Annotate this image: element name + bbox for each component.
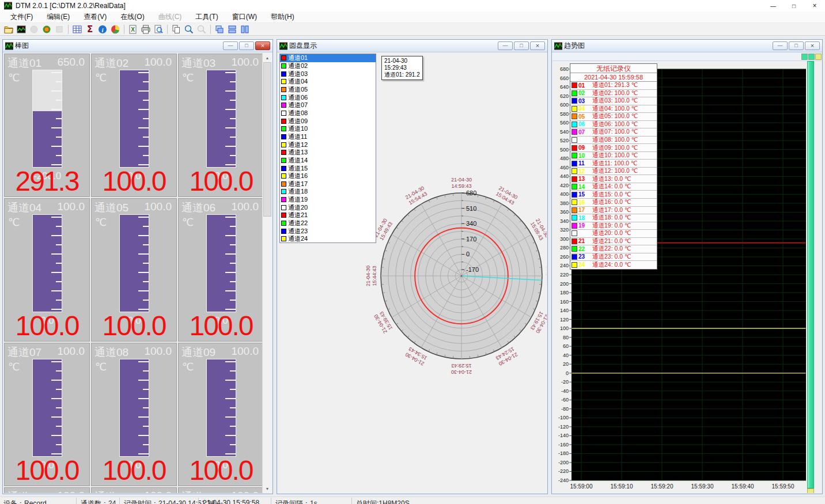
channel-list-item-通道11[interactable]: 通道11 <box>280 133 376 141</box>
channel-list-item-通道24[interactable]: 通道24 <box>280 235 376 243</box>
trend-window-minimize-button[interactable]: — <box>773 41 788 50</box>
channel-list-item-通道10[interactable]: 通道10 <box>280 125 376 133</box>
disc-window-maximize-button[interactable]: □ <box>514 41 529 50</box>
gauge-unit: ℃ <box>8 71 20 84</box>
disc-window-close-button[interactable]: × <box>530 41 545 50</box>
channel-color-swatch <box>281 197 286 202</box>
menu-item-help[interactable]: 帮助(H) <box>264 10 301 24</box>
tile-horizontal-icon[interactable] <box>226 24 239 35</box>
svg-text:220: 220 <box>560 272 569 278</box>
open-file-icon[interactable] <box>2 24 15 35</box>
menu-item-window[interactable]: 窗口(W) <box>225 10 264 24</box>
menu-item-view[interactable]: 查看(V) <box>77 10 113 24</box>
svg-text:21-04-3015:14:43: 21-04-3015:14:43 <box>546 266 547 286</box>
legend-channel-reading: 通道13: 0.0 ℃ <box>592 175 631 183</box>
export-excel-icon[interactable]: X <box>127 24 139 35</box>
bar-window-minimize-button[interactable]: — <box>223 41 238 50</box>
channel-list-item-通道21[interactable]: 通道21 <box>280 211 376 219</box>
realtime-curve-icon[interactable] <box>15 24 28 35</box>
menu-item-tools[interactable]: 工具(T) <box>188 10 225 24</box>
maximize-button[interactable]: □ <box>784 0 804 12</box>
bar-window-titlebar[interactable]: 棒图 — □ × <box>3 40 273 52</box>
channel-list-item-通道09[interactable]: 通道09 <box>280 117 376 125</box>
channel-list-item-通道04[interactable]: 通道04 <box>280 78 376 86</box>
channel-list-item-通道19[interactable]: 通道19 <box>280 196 376 204</box>
channel-list-item-通道15[interactable]: 通道15 <box>280 164 376 172</box>
channel-list-item-通道05[interactable]: 通道05 <box>280 86 376 94</box>
print-icon[interactable] <box>139 24 152 35</box>
data-table-icon[interactable] <box>71 24 84 35</box>
channel-list-item-通道23[interactable]: 通道23 <box>280 227 376 235</box>
bar-window-scrollbar[interactable]: ▲ ▼ <box>262 53 272 493</box>
gauge-bar-track <box>206 359 236 457</box>
legend-color-swatch <box>572 113 577 119</box>
gauge-tick <box>143 389 149 390</box>
channel-list-item-通道17[interactable]: 通道17 <box>280 180 376 188</box>
svg-text:540: 540 <box>560 129 569 135</box>
bar-window-maximize-button[interactable]: □ <box>239 41 254 50</box>
main-titlebar[interactable]: DTM 2.0.1 [C:\DTM 2.0.2\RealData] — □ × <box>0 0 825 12</box>
scroll-button-green-2[interactable] <box>808 54 815 60</box>
cascade-windows-icon[interactable] <box>213 24 226 35</box>
channel-list-item-通道01[interactable]: 通道01 <box>280 54 376 62</box>
gauge-tick <box>225 90 236 92</box>
menu-item-edit[interactable]: 编辑(E) <box>40 10 77 24</box>
copy-icon[interactable] <box>170 24 183 35</box>
channel-list[interactable]: 通道01通道02通道03通道04通道05通道06通道07通道08通道09通道10… <box>279 54 376 243</box>
gauge-tick <box>225 253 236 255</box>
close-button[interactable]: × <box>804 0 825 12</box>
channel-list-item-通道13[interactable]: 通道13 <box>280 149 376 157</box>
gauge-tick <box>225 361 236 362</box>
trend-window-maximize-button[interactable]: □ <box>789 41 804 50</box>
menu-item-file[interactable]: 文件(F) <box>3 10 40 24</box>
minimize-button[interactable]: — <box>763 0 784 12</box>
menu-item-curve[interactable]: 曲线(C) <box>152 10 189 24</box>
disc-window-titlebar[interactable]: 圆盘显示 — □ × <box>277 40 547 52</box>
legend-channel-number: 08 <box>578 137 592 143</box>
scroll-up-icon[interactable]: ▲ <box>263 53 272 62</box>
gauge-tick <box>138 146 149 147</box>
statistics-icon[interactable]: Σ <box>84 24 96 35</box>
legend-channel-number: 20 <box>578 230 592 237</box>
trend-window-titlebar[interactable]: 趋势图 — □ × <box>552 40 822 52</box>
channel-list-item-通道14[interactable]: 通道14 <box>280 157 376 165</box>
info-icon[interactable]: i <box>96 24 109 35</box>
channel-list-item-通道06[interactable]: 通道06 <box>280 93 376 101</box>
trend-scroll-corner-button[interactable] <box>807 488 814 493</box>
channel-list-item-通道16[interactable]: 通道16 <box>280 172 376 180</box>
trend-horizontal-scrollbar[interactable] <box>552 53 822 61</box>
channel-list-item-通道12[interactable]: 通道12 <box>280 141 376 149</box>
bar-window-close-button[interactable]: × <box>255 41 270 50</box>
channel-color-swatch <box>281 181 286 187</box>
svg-text:260: 260 <box>560 254 569 260</box>
scrollbar-thumb[interactable] <box>263 62 271 217</box>
trend-window-close-button[interactable]: × <box>805 41 820 50</box>
gauge-tick <box>225 398 236 399</box>
channel-list-item-通道02[interactable]: 通道02 <box>280 62 376 70</box>
gauge-tick <box>138 309 149 310</box>
gauge-reading: 100.0 <box>92 168 176 195</box>
print-preview-icon[interactable] <box>152 24 165 35</box>
channel-list-item-通道03[interactable]: 通道03 <box>280 70 376 78</box>
gauge-tick <box>225 235 236 236</box>
tile-vertical-icon[interactable] <box>239 24 251 35</box>
channel-list-item-通道07[interactable]: 通道07 <box>280 101 376 109</box>
menu-item-online[interactable]: 在线(O) <box>113 10 151 24</box>
channel-list-item-通道22[interactable]: 通道22 <box>280 219 376 228</box>
channel-list-item-通道08[interactable]: 通道08 <box>280 109 376 118</box>
scroll-button-yellow[interactable] <box>815 54 822 60</box>
disc-window-minimize-button[interactable]: — <box>498 41 513 50</box>
channel-list-item-通道20[interactable]: 通道20 <box>280 203 376 211</box>
legend-row-通道15: 15通道15: 0.0 ℃ <box>570 191 657 199</box>
trend-vertical-scrollbar[interactable] <box>807 61 814 488</box>
record-start-icon[interactable] <box>40 24 53 35</box>
svg-text:400: 400 <box>560 191 569 197</box>
pie-chart-icon[interactable] <box>109 24 122 35</box>
scroll-down-icon[interactable]: ▼ <box>263 484 272 493</box>
statusbar-segment-2: 记录时间：21-04-30 14:51:38 <box>124 499 215 504</box>
gauge-tick <box>225 309 236 310</box>
channel-list-item-通道18[interactable]: 通道18 <box>280 188 376 196</box>
legend-channel-number: 22 <box>578 246 592 252</box>
zoom-in-icon[interactable] <box>183 24 195 35</box>
scroll-button-green-1[interactable] <box>801 54 808 60</box>
